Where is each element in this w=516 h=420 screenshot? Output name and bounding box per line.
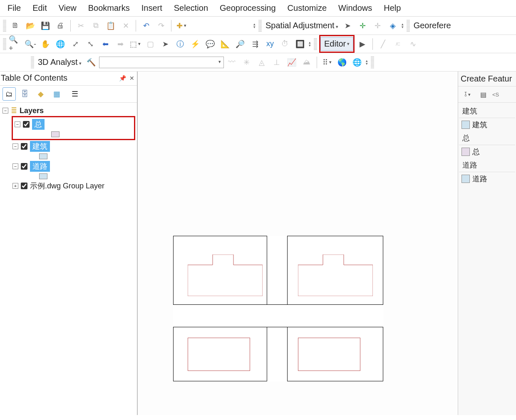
menu-help[interactable]: Help xyxy=(378,1,407,15)
toc-root-row[interactable]: − ≣ Layers xyxy=(2,105,135,116)
redo-icon[interactable]: ↷ xyxy=(154,19,168,33)
clear-selection-icon[interactable]: ▢ xyxy=(143,37,157,51)
list-by-source-icon[interactable]: 🗄 xyxy=(18,87,32,101)
toc-layer-label[interactable]: 道路 xyxy=(30,161,50,172)
toolbar-grip-icon[interactable] xyxy=(371,57,374,68)
add-data-icon[interactable]: ✚ xyxy=(174,19,189,33)
toc-layer-row[interactable]: − 道路 xyxy=(12,160,135,173)
toc-visibility-checkbox[interactable] xyxy=(21,183,27,189)
edit-tool-arc-icon[interactable]: ⟈ xyxy=(391,37,405,51)
toc-symbol-row[interactable] xyxy=(38,153,135,160)
toc-root-label[interactable]: Layers xyxy=(20,106,44,115)
transform-icon[interactable]: ◈ xyxy=(386,19,400,33)
symbol-swatch-icon[interactable] xyxy=(39,173,47,179)
link-new-icon[interactable]: ✛ xyxy=(356,19,370,33)
editor-dropdown[interactable]: Editor xyxy=(320,37,353,51)
time-slider-icon[interactable]: ⏱ xyxy=(278,37,292,51)
measure-icon[interactable]: 📐 xyxy=(218,37,232,51)
toc-layer-row[interactable]: − 建筑 xyxy=(12,140,135,153)
interpolate-line-icon[interactable]: 📈 xyxy=(285,55,299,69)
contour-icon[interactable]: 〰 xyxy=(225,55,239,69)
pointer-icon[interactable]: ➤ xyxy=(158,37,172,51)
expand-icon[interactable]: + xyxy=(12,183,18,189)
toolbar-grip-icon[interactable] xyxy=(258,20,262,32)
toc-group-layer-row[interactable]: + 示例.dwg Group Layer xyxy=(12,180,135,192)
map-canvas[interactable] xyxy=(137,72,458,415)
collapse-icon[interactable]: − xyxy=(12,163,18,169)
html-popup-icon[interactable]: 💬 xyxy=(203,37,217,51)
new-doc-icon[interactable]: 🗎 xyxy=(8,19,22,33)
toc-symbol-row[interactable] xyxy=(38,173,135,180)
hammer-options-icon[interactable]: 🔨 xyxy=(84,55,98,69)
toc-options-icon[interactable]: ☰ xyxy=(68,87,82,101)
stepper-icon[interactable]: ▴▾ xyxy=(365,59,369,66)
paste-icon[interactable]: 📋 xyxy=(104,19,118,33)
menu-edit[interactable]: Edit xyxy=(27,1,52,15)
symbol-swatch-icon[interactable] xyxy=(51,131,60,137)
delete-icon[interactable]: ✕ xyxy=(119,19,133,33)
menu-insert[interactable]: Insert xyxy=(136,1,168,15)
graph-dropdown-icon[interactable]: ⠿ xyxy=(320,55,334,69)
toolbar-grip-icon[interactable] xyxy=(31,57,34,68)
menu-selection[interactable]: Selection xyxy=(168,1,214,15)
scale-stepper-icon[interactable]: ▴▾ xyxy=(253,22,256,30)
identify-icon[interactable]: ⓘ xyxy=(173,37,187,51)
edit-tool-icon[interactable]: ▶ xyxy=(355,37,370,51)
full-extent-globe-icon[interactable]: 🌐 xyxy=(53,37,67,51)
next-extent-icon[interactable]: ➡ xyxy=(113,37,127,51)
toolbar-grip-icon[interactable] xyxy=(407,20,410,32)
3d-analyst-dropdown[interactable]: 3D Analyst xyxy=(36,57,83,67)
cf-template-item[interactable]: 总 xyxy=(459,145,515,158)
spatial-adjustment-dropdown[interactable]: Spatial Adjustment xyxy=(264,21,340,30)
select-features-icon[interactable]: ⬚ xyxy=(128,37,142,51)
search-templates-input[interactable]: <S xyxy=(492,91,499,98)
select-arrow-icon[interactable]: ➤ xyxy=(341,19,355,33)
arcglobe-icon[interactable]: 🌐 xyxy=(350,55,364,69)
hyperlink-icon[interactable]: ⚡ xyxy=(188,37,202,51)
collapse-icon[interactable]: − xyxy=(12,143,18,149)
steepest-icon[interactable]: ✳ xyxy=(240,55,254,69)
stepper-icon[interactable]: ▴▾ xyxy=(401,22,404,30)
zoom-fixed-in-icon[interactable]: ⤢ xyxy=(68,37,82,51)
toc-symbol-row[interactable] xyxy=(50,131,133,138)
profile-graph-icon[interactable]: ⛰ xyxy=(300,55,314,69)
toc-layer-label[interactable]: 总 xyxy=(32,119,45,130)
cf-template-item[interactable]: 道路 xyxy=(459,172,515,185)
organize-templates-icon[interactable]: ▤ xyxy=(476,88,490,101)
list-by-selection-icon[interactable]: ▦ xyxy=(50,87,63,101)
undo-icon[interactable]: ↶ xyxy=(139,19,153,33)
symbol-swatch-icon[interactable] xyxy=(39,153,47,159)
cut-icon[interactable]: ✂ xyxy=(74,19,88,33)
toc-layer-row[interactable]: − 总 xyxy=(14,118,133,131)
toolbar-grip-icon[interactable] xyxy=(314,38,317,50)
toolbar-grip-icon[interactable] xyxy=(3,38,6,50)
open-folder-icon[interactable]: 📂 xyxy=(23,19,37,33)
goto-xy-icon[interactable]: xy xyxy=(263,37,277,51)
arcscene-icon[interactable]: 🌎 xyxy=(335,55,349,69)
toc-layer-label[interactable]: 建筑 xyxy=(30,141,50,152)
collapse-icon[interactable]: − xyxy=(15,121,20,127)
save-icon[interactable]: 💾 xyxy=(38,19,52,33)
pin-icon[interactable]: 📌 xyxy=(119,75,126,82)
edit-tool-line-icon[interactable]: ╱ xyxy=(376,37,390,51)
toc-visibility-checkbox[interactable] xyxy=(21,163,27,170)
cf-template-item[interactable]: 建筑 xyxy=(459,118,515,131)
georeferencing-dropdown[interactable]: Georefere xyxy=(412,21,453,30)
menu-file[interactable]: File xyxy=(2,1,27,15)
zoom-out-icon[interactable]: 🔍- xyxy=(23,37,37,51)
find-icon[interactable]: 🔎 xyxy=(233,37,247,51)
point-height-icon[interactable]: ⊥ xyxy=(270,55,284,69)
filter-templates-icon[interactable]: ⫱ xyxy=(461,88,474,101)
close-icon[interactable]: ✕ xyxy=(129,75,134,82)
toc-visibility-checkbox[interactable] xyxy=(23,121,30,128)
toc-visibility-checkbox[interactable] xyxy=(21,143,27,150)
zoom-in-icon[interactable]: 🔍+ xyxy=(8,37,22,51)
toolbar-grip-icon[interactable] xyxy=(3,20,6,32)
print-icon[interactable]: 🖨 xyxy=(53,19,67,33)
copy-icon[interactable]: ⧉ xyxy=(89,19,103,33)
menu-view[interactable]: View xyxy=(53,1,82,15)
menu-geoprocessing[interactable]: Geoprocessing xyxy=(214,1,282,15)
menu-bookmarks[interactable]: Bookmarks xyxy=(82,1,136,15)
list-by-drawing-order-icon[interactable]: 🗂 xyxy=(2,87,16,101)
los-icon[interactable]: ◬ xyxy=(255,55,269,69)
